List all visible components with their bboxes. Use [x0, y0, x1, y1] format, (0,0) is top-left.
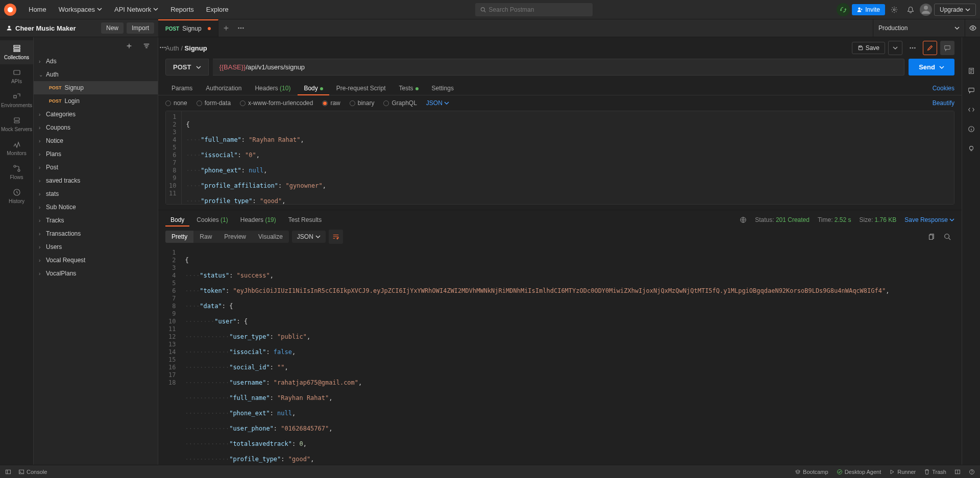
new-tab-button[interactable]: [218, 24, 234, 32]
agent-status[interactable]: Desktop Agent: [837, 469, 881, 475]
rail-monitors[interactable]: Monitors: [0, 136, 33, 160]
notifications-button[interactable]: [903, 3, 918, 17]
url-input[interactable]: {{BASE}}/api/v1/users/signup: [213, 59, 904, 76]
panel-options[interactable]: [156, 40, 170, 55]
tree-folder[interactable]: ›Plans: [34, 147, 158, 161]
rail-environments[interactable]: Environments: [0, 88, 33, 112]
body-lang-select[interactable]: JSON: [426, 99, 449, 107]
resp-tab-cookies[interactable]: Cookies (1): [191, 213, 233, 227]
tree-folder[interactable]: ›Post: [34, 161, 158, 174]
environment-quicklook[interactable]: [965, 19, 980, 37]
tab-headers[interactable]: Headers (10): [249, 82, 297, 95]
resp-tab-body[interactable]: Body: [165, 213, 189, 227]
search-box[interactable]: [475, 3, 593, 16]
request-body-code[interactable]: { "full_name": "Rayhan Rahat", "issocial…: [182, 111, 954, 204]
nav-reports[interactable]: Reports: [164, 0, 200, 19]
runner-button[interactable]: Runner: [889, 469, 916, 475]
console-button[interactable]: Console: [18, 469, 47, 475]
info-button[interactable]: [962, 121, 980, 137]
tree-folder[interactable]: ›Tracks: [34, 214, 158, 227]
tree-folder[interactable]: ›Users: [34, 240, 158, 254]
postman-logo[interactable]: [4, 4, 16, 16]
nav-workspaces[interactable]: Workspaces: [53, 0, 108, 19]
comments-button[interactable]: [962, 82, 980, 98]
two-pane-button[interactable]: [954, 469, 961, 475]
documentation-button[interactable]: [962, 63, 980, 79]
tree-folder[interactable]: ›Transactions: [34, 227, 158, 240]
tab-params[interactable]: Params: [165, 82, 199, 95]
send-button[interactable]: Send: [909, 59, 954, 76]
view-pretty[interactable]: Pretty: [165, 231, 193, 243]
tree-folder-auth[interactable]: ⌄Auth: [34, 68, 158, 81]
tab-body[interactable]: Body: [298, 82, 329, 95]
request-body-editor[interactable]: 1234567891011 { "full_name": "Rayhan Rah…: [165, 111, 954, 205]
settings-button[interactable]: [887, 3, 901, 17]
builder-mode-button[interactable]: [923, 41, 937, 55]
avatar[interactable]: [920, 4, 932, 16]
code-button[interactable]: [962, 102, 980, 118]
create-collection-button[interactable]: [122, 39, 136, 53]
tree-folder[interactable]: ›Coupons: [34, 121, 158, 134]
cookies-link[interactable]: Cookies: [933, 82, 954, 95]
body-opt-raw[interactable]: raw: [322, 99, 340, 107]
more-options[interactable]: [905, 41, 920, 55]
body-opt-formdata[interactable]: form-data: [197, 99, 231, 107]
search-input[interactable]: [489, 6, 587, 13]
save-button[interactable]: Save: [852, 42, 885, 54]
resp-tab-headers[interactable]: Headers (19): [235, 213, 281, 227]
collections-tree[interactable]: ›Ads ⌄Auth POSTSignup POSTLogin ›Categor…: [34, 55, 158, 465]
sidebar-toggle-button[interactable]: [5, 469, 11, 475]
wrap-lines-button[interactable]: [329, 230, 343, 244]
tree-folder[interactable]: ›Categories: [34, 108, 158, 121]
tree-request-login[interactable]: POSTLogin: [34, 94, 158, 108]
view-raw[interactable]: Raw: [193, 231, 218, 243]
help-button[interactable]: [969, 469, 975, 475]
tree-folder-ads[interactable]: ›Ads: [34, 55, 158, 68]
import-button[interactable]: Import: [127, 22, 154, 34]
invite-button[interactable]: Invite: [852, 4, 885, 15]
rail-apis[interactable]: APIs: [0, 64, 33, 88]
sync-icon[interactable]: [837, 3, 850, 16]
filter-button[interactable]: [139, 39, 154, 53]
method-select[interactable]: POST: [165, 59, 209, 76]
rail-collections[interactable]: Collections: [0, 40, 33, 64]
tree-folder[interactable]: ›VocalPlans: [34, 267, 158, 280]
tree-folder[interactable]: ›stats: [34, 187, 158, 200]
response-body-code[interactable]: { "status": "success", "token": "eyJhbGc…: [181, 247, 954, 465]
workspace-name[interactable]: Cheer Music Maker: [0, 24, 101, 32]
rail-history[interactable]: History: [0, 184, 33, 208]
view-visualize[interactable]: Visualize: [252, 231, 289, 243]
tree-folder[interactable]: ›Vocal Request: [34, 254, 158, 267]
comment-mode-button[interactable]: [940, 41, 954, 55]
body-opt-binary[interactable]: binary: [350, 99, 375, 107]
search-response-button[interactable]: [940, 230, 954, 244]
tab-tests[interactable]: Tests: [393, 82, 425, 95]
bootcamp-button[interactable]: Bootcamp: [795, 469, 828, 475]
tree-folder[interactable]: ›saved tracks: [34, 174, 158, 187]
beautify-button[interactable]: Beautify: [933, 99, 954, 107]
nav-api-network[interactable]: API Network: [108, 0, 164, 19]
related-button[interactable]: [962, 140, 980, 157]
tree-folder[interactable]: ›Sub Notice: [34, 200, 158, 214]
environment-selector[interactable]: Production: [873, 19, 965, 37]
response-lang-select[interactable]: JSON: [292, 231, 326, 243]
copy-response-button[interactable]: [924, 230, 938, 244]
body-opt-graphql[interactable]: GraphQL: [383, 99, 416, 107]
view-preview[interactable]: Preview: [218, 231, 252, 243]
new-button[interactable]: New: [101, 22, 124, 34]
save-response-button[interactable]: Save Response: [904, 216, 954, 223]
trash-button[interactable]: Trash: [924, 469, 946, 475]
rail-flows[interactable]: Flows: [0, 160, 33, 184]
tab-settings[interactable]: Settings: [426, 82, 460, 95]
nav-explore[interactable]: Explore: [200, 0, 235, 19]
body-opt-urlencoded[interactable]: x-www-form-urlencoded: [240, 99, 313, 107]
tab-prerequest[interactable]: Pre-request Script: [330, 82, 392, 95]
response-body-editor[interactable]: 123456789101112131415161718 { "status": …: [165, 247, 954, 465]
request-tab-signup[interactable]: POST Signup: [158, 19, 218, 37]
rail-mock-servers[interactable]: Mock Servers: [0, 112, 33, 136]
tab-options[interactable]: [234, 21, 248, 35]
nav-home[interactable]: Home: [22, 0, 53, 19]
upgrade-button[interactable]: Upgrade: [934, 4, 976, 16]
resp-tab-test-results[interactable]: Test Results: [283, 213, 327, 227]
tree-request-signup[interactable]: POSTSignup: [34, 81, 158, 94]
